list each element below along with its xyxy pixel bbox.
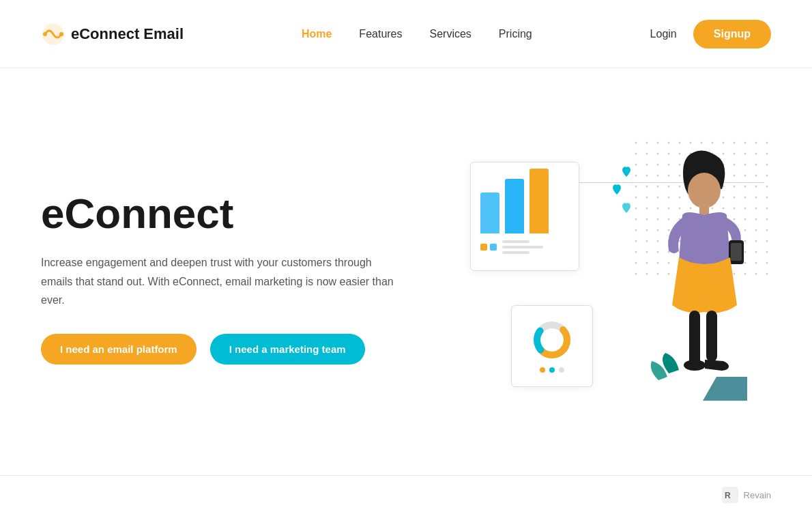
donut-chart-card: [511, 305, 593, 387]
revain-badge: R Revain: [722, 487, 771, 503]
legend-dot-orange: [480, 244, 487, 251]
hero-buttons: I need an email platform I need a market…: [41, 334, 443, 365]
hero-content: eConnect Increase engagement and deepen …: [41, 190, 443, 365]
donut-chart: [532, 319, 572, 360]
legend-lines: [502, 240, 569, 254]
bar-3: [530, 169, 549, 233]
donut-legend: [540, 367, 564, 373]
character-svg: [628, 141, 764, 401]
donut-dot-gray: [559, 367, 564, 373]
nav-link-pricing[interactable]: Pricing: [499, 28, 532, 40]
bar-chart-card: [470, 162, 579, 271]
hero-description: Increase engagement and deepen trust wit…: [41, 253, 396, 309]
nav-item-services[interactable]: Services: [430, 28, 472, 40]
bar-1: [480, 192, 499, 233]
hero-title: eConnect: [41, 190, 443, 237]
nav-link-features[interactable]: Features: [359, 28, 402, 40]
svg-rect-13: [689, 311, 700, 365]
nav-right: Login Signup: [650, 20, 771, 48]
svg-point-1: [43, 32, 47, 36]
revain-label: Revain: [744, 490, 771, 500]
svg-rect-14: [706, 311, 717, 362]
svg-point-9: [688, 173, 721, 208]
nav-item-pricing[interactable]: Pricing: [499, 28, 532, 40]
nav-link-services[interactable]: Services: [430, 28, 472, 40]
email-platform-button[interactable]: I need an email platform: [41, 334, 197, 365]
marketing-team-button[interactable]: I need a marketing team: [210, 334, 365, 365]
nav-item-features[interactable]: Features: [359, 28, 402, 40]
bar-2: [505, 179, 524, 233]
svg-point-2: [59, 32, 63, 36]
legend-dot-blue: [490, 244, 497, 251]
hero-section: eConnect Increase engagement and deepen …: [0, 68, 812, 473]
donut-dot-orange: [540, 367, 545, 373]
revain-icon: R: [722, 487, 738, 503]
signup-button[interactable]: Signup: [693, 20, 771, 48]
legend-line-1: [502, 240, 530, 243]
nav-item-home[interactable]: Home: [302, 28, 332, 40]
logo-text: eConnect Email: [71, 25, 184, 43]
nav-link-home[interactable]: Home: [302, 28, 332, 40]
svg-rect-12: [731, 243, 742, 261]
svg-point-15: [684, 360, 706, 371]
logo[interactable]: eConnect Email: [41, 22, 184, 46]
logo-icon: [41, 22, 66, 46]
svg-text:R: R: [725, 491, 731, 500]
hero-illustration: [443, 141, 772, 414]
legend-line-2: [502, 246, 543, 248]
svg-rect-10: [699, 204, 709, 215]
legend-line-3: [502, 251, 530, 254]
donut-dot-teal: [549, 367, 555, 373]
login-link[interactable]: Login: [650, 28, 677, 40]
navbar: eConnect Email Home Features Services Pr…: [0, 0, 812, 68]
bar-legend: [480, 240, 569, 254]
footer: R Revain: [0, 475, 812, 514]
nav-links: Home Features Services Pricing: [302, 28, 532, 40]
character-illustration: [628, 141, 764, 387]
bar-chart: [480, 172, 569, 233]
